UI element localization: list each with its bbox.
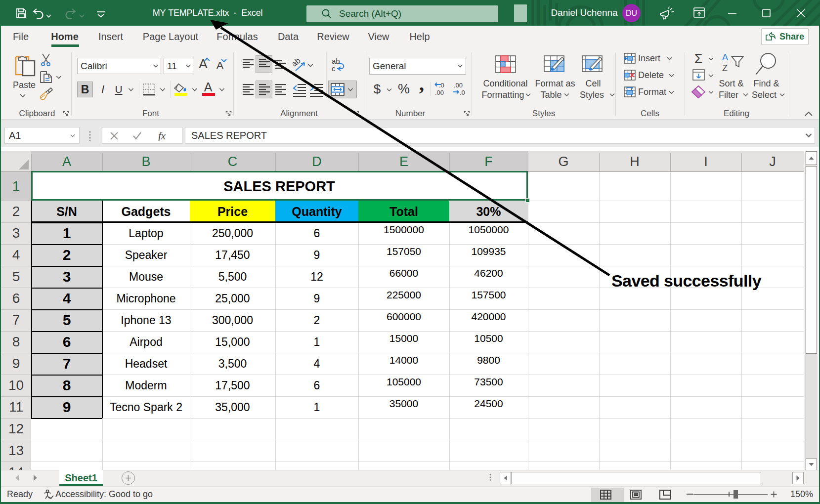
svg-text:fx: fx <box>158 131 166 141</box>
svg-text:.0: .0 <box>439 82 444 89</box>
svg-text:.00: .00 <box>435 89 444 96</box>
svg-text:.0: .0 <box>460 89 465 96</box>
svg-text:A: A <box>722 52 728 62</box>
svg-text:Z: Z <box>722 63 728 73</box>
svg-text:.00: .00 <box>454 82 463 89</box>
svg-text:c: c <box>332 64 336 73</box>
